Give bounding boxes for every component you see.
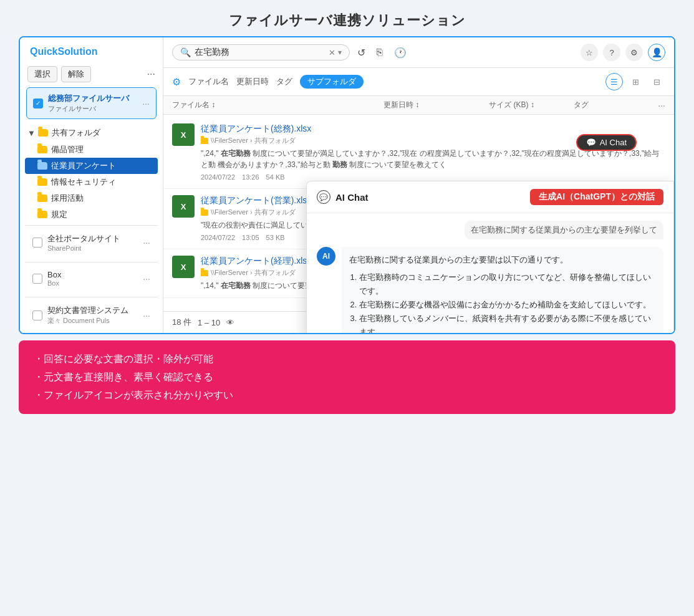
sidebar-toolbar: 選択 解除 ··· [20,64,163,87]
contract-item[interactable]: 契約文書管理システム 楽々 Document Puls ··· [25,301,158,329]
ai-panel-chat-icon: 💬 [317,190,330,204]
portal-dots[interactable]: ··· [143,238,150,248]
search-bar: 🔍 ✕ ▾ ↺ ⎘ 🕐 ☆ ? ⚙ 👤 [163,37,674,68]
contract-checkbox[interactable] [32,310,42,320]
tree-shared-folder[interactable]: ▼ 共有フォルダ [25,124,158,142]
ai-panel-header: 💬 AI Chat 生成AI（ChatGPT）との対話 [307,181,673,213]
ai-panel-body: 在宅勤務に関する従業員からの主な要望を列挙して AI 在宅勤務に関する従業員から… [307,213,673,334]
user-avatar[interactable]: 👤 [648,44,665,61]
file-name[interactable]: 従業員アンケート(総務).xlsx [201,123,665,135]
folder-small-icon [201,209,208,216]
portal-sub: SharePoint [47,244,120,252]
search-dropdown-icon[interactable]: ▾ [338,48,342,57]
folder-icon [37,211,47,218]
folder-small-icon [201,270,208,276]
sidebar-section-portal: 全社ポータルサイト SharePoint ··· [25,225,158,259]
pagination-icon[interactable]: 👁 [226,318,234,327]
search-input-wrapper[interactable]: 🔍 ✕ ▾ [172,44,350,60]
ai-chat-button[interactable]: 💬 AI Chat [576,134,637,151]
sidebar: QuickSolution 選択 解除 ··· ✓ 総務部ファイルサーバ ファイ… [20,37,163,333]
col-header-tag: タグ [574,100,658,110]
tree-item-label: 従業員アンケート [51,160,116,171]
select-button[interactable]: 選択 [27,66,57,82]
portal-name: 全社ポータルサイト [47,233,120,244]
list-item: 在宅勤務しているメンバーに、紙資料を共有する必要がある際に不便を感じています。 [359,312,656,334]
bottom-bar-line-2: ・元文書を直接開き、素早く確認できる [34,368,660,387]
ai-panel-badge: 生成AI（ChatGPT）との対話 [530,189,663,205]
filter-bar: ⚙ ファイル名 更新日時 タグ サブフォルダ ☰ ⊞ ⊟ [163,68,674,96]
page-title: ファイルサーバ連携ソリューション [0,0,694,36]
file-icon-xlsx: X [172,256,195,278]
file-icon-xlsx: X [172,123,195,146]
file-server-dots[interactable]: ··· [142,99,150,108]
ai-chat-icon: 💬 [586,138,596,147]
bookmark-icon[interactable]: ☆ [581,44,598,61]
filter-date[interactable]: 更新日時 [236,76,269,87]
list-item: 在宅勤務時のコミュニケーションの取り方についてなど、研修を整備してほしいです。 [359,271,656,298]
sidebar-section-box: Box Box ··· [25,262,158,294]
settings-icon[interactable]: ⚙ [625,44,643,61]
filter-tag[interactable]: タグ [276,76,292,87]
box-checkbox[interactable] [32,274,42,284]
tree-item-bihin[interactable]: 備品管理 [25,142,158,158]
box-dots[interactable]: ··· [143,274,150,284]
main-container: QuickSolution 選択 解除 ··· ✓ 総務部ファイルサーバ ファイ… [19,36,675,334]
col-header-size: サイズ (KB) ↕ [489,100,574,110]
tree-item-anketo[interactable]: 従業員アンケート [25,158,158,174]
filter-subfolder[interactable]: サブフォルダ [300,75,364,89]
search-input[interactable] [195,47,329,57]
ai-avatar: AI [317,247,335,266]
sidebar-logo: QuickSolution [20,37,163,64]
list-item: 在宅勤務に必要な機器や設備にお金がかかるため補助金を支給してほしいです。 [359,298,656,312]
file-server-item[interactable]: ✓ 総務部ファイルサーバ ファイルサーバ ··· [26,87,157,119]
filter-filename[interactable]: ファイル名 [188,76,229,87]
file-excerpt: ",24," 在宅勤務 制度について要望が満足していますか？,32,"現在 の程… [201,148,665,170]
tile-view-btn[interactable]: ⊟ [648,73,665,90]
file-server-sub: ファイルサーバ [48,104,129,113]
ai-message-content: 在宅勤務に関する従業員からの主な要望は以下の通りです。 在宅勤務時のコミュニケー… [342,247,663,334]
tree-item-rules[interactable]: 規定 [25,206,158,223]
file-server-checkbox[interactable]: ✓ [33,99,43,108]
cancel-button[interactable]: 解除 [61,66,91,82]
bottom-bar-line-1: ・回答に必要な文書の選択・除外が可能 [34,350,660,368]
copy-icon[interactable]: ⎘ [374,44,385,60]
portal-checkbox[interactable] [32,238,42,248]
contract-dots[interactable]: ··· [143,310,150,320]
main-content: 🔍 ✕ ▾ ↺ ⎘ 🕐 ☆ ? ⚙ 👤 ⚙ ファイル名 更新日時 タグ サブフォ… [163,37,674,333]
folder-icon [37,146,47,153]
user-message: 在宅勤務に関する従業員からの主な要望を列挙して [465,221,663,239]
table-row[interactable]: X 従業員アンケート(総務).xlsx \\FilerServer › 共有フォ… [163,117,674,189]
history-icon[interactable]: 🕐 [392,44,409,61]
search-clear-icon[interactable]: ✕ [329,48,335,57]
box-item[interactable]: Box Box ··· [25,266,158,291]
folder-icon [37,195,47,202]
tree-item-label: 備品管理 [51,144,84,155]
ai-message-list: 在宅勤務時のコミュニケーションの取り方についてなど、研修を整備してほしいです。 … [349,271,656,334]
col-header-date: 更新日時 ↕ [383,100,489,110]
ai-message-text: 在宅勤務に関する従業員からの主な要望は以下の通りです。 [349,253,656,267]
pagination-total: 18 件 [172,317,191,328]
tree-item-label: 規定 [51,209,67,220]
more-options-button[interactable]: ··· [147,69,155,80]
list-view-btn[interactable]: ☰ [605,73,623,90]
tree-item-label: 採用活動 [51,193,84,204]
help-icon[interactable]: ? [603,44,620,61]
ai-chat-label: AI Chat [600,138,627,147]
box-name: Box [47,270,61,279]
col-header-dots: ··· [658,100,665,110]
pagination-range: 1 – 10 [198,318,220,327]
folder-icon [37,178,47,186]
view-options: ☰ ⊞ ⊟ [605,73,665,90]
ai-message-row: AI 在宅勤務に関する従業員からの主な要望は以下の通りです。 在宅勤務時のコミュ… [317,247,663,334]
folder-icon-active [37,162,47,170]
ai-chat-panel: 💬 AI Chat 生成AI（ChatGPT）との対話 在宅勤務に関する従業員か… [306,181,674,334]
tree-item-recruit[interactable]: 採用活動 [25,190,158,206]
box-sub: Box [47,279,61,287]
bottom-bar-line-3: ・ファイルアイコンが表示され分かりやすい [34,387,660,405]
tree-item-security[interactable]: 情報セキュリティ [25,174,158,190]
portal-item[interactable]: 全社ポータルサイト SharePoint ··· [25,229,158,256]
grid-view-btn[interactable]: ⊞ [627,73,644,90]
col-header-name: ファイル名 ↕ [172,100,383,110]
search-icon: 🔍 [180,47,191,57]
undo-icon[interactable]: ↺ [355,44,368,61]
